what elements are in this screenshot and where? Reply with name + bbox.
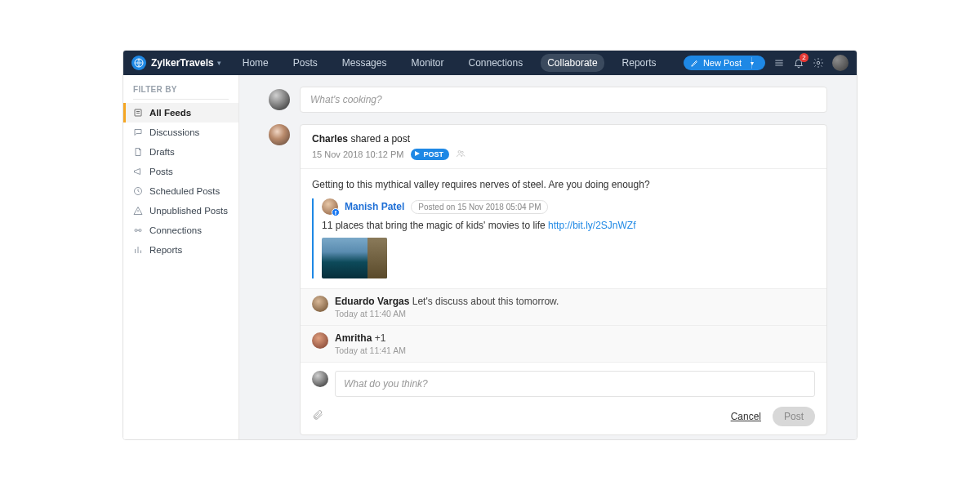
brand-name[interactable]: ZylkerTravels <box>151 57 214 69</box>
sidebar-item-label: Scheduled Posts <box>149 186 220 196</box>
comment-avatar <box>312 332 328 349</box>
comment-author[interactable]: Amritha <box>335 332 372 344</box>
comment-author[interactable]: Eduardo Vargas <box>335 296 409 307</box>
sidebar-item-label: Reports <box>149 245 182 255</box>
svg-point-7 <box>461 151 464 154</box>
reports-icon <box>133 245 143 255</box>
sidebar-item-label: Posts <box>149 167 173 176</box>
brand-dropdown-caret[interactable]: ▾ <box>217 59 221 67</box>
sidebar-title: FILTER BY <box>123 75 238 99</box>
post-timestamp: 15 Nov 2018 10:12 PM <box>312 149 404 159</box>
reply-input[interactable]: What do you think? <box>335 371 815 397</box>
main-content: What's cooking? Charles shared a post 15… <box>239 75 857 439</box>
warning-icon <box>133 206 143 216</box>
comment-text: Let's discuss about this tomorrow. <box>412 296 559 307</box>
sidebar-item-discussions[interactable]: Discussions <box>123 122 238 142</box>
post-button[interactable]: Post <box>773 407 815 426</box>
comment-avatar <box>312 296 328 312</box>
post-headline: Charles shared a post <box>312 133 815 145</box>
sidebar-item-label: Unpublished Posts <box>149 206 228 216</box>
new-post-button[interactable]: New Post ▾ <box>684 56 765 70</box>
sidebar-item-connections[interactable]: Connections <box>123 220 238 240</box>
nav-item-posts[interactable]: Posts <box>287 54 324 72</box>
brand-logo-icon <box>131 56 146 70</box>
chat-icon <box>133 127 143 137</box>
embed-author-name[interactable]: Manish Patel <box>345 201 404 212</box>
comment: Amritha +1Today at 11:41 AM <box>301 325 826 362</box>
svg-rect-2 <box>135 109 141 116</box>
post-type-badge: POST <box>411 149 450 160</box>
new-post-caret-icon[interactable]: ▾ <box>751 60 754 67</box>
sidebar-item-scheduled-posts[interactable]: Scheduled Posts <box>123 181 238 201</box>
svg-point-1 <box>817 61 820 65</box>
sidebar-item-all-feeds[interactable]: All Feeds <box>123 103 238 122</box>
nav-item-monitor[interactable]: Monitor <box>404 54 450 72</box>
comment: Eduardo Vargas Let's discuss about this … <box>301 288 826 325</box>
cancel-button[interactable]: Cancel <box>731 411 761 422</box>
notification-badge: 2 <box>800 53 808 62</box>
embed-image[interactable] <box>322 238 387 278</box>
connections-icon <box>133 225 143 235</box>
embedded-post: f Manish Patel Posted on 15 Nov 2018 05:… <box>312 198 815 278</box>
embed-meta: Posted on 15 Nov 2018 05:04 PM <box>411 200 548 214</box>
sidebar-item-label: Discussions <box>149 127 199 137</box>
sidebar-item-label: All Feeds <box>149 108 191 118</box>
new-post-label: New Post <box>703 58 742 68</box>
notifications-icon[interactable]: 2 <box>793 57 804 69</box>
comment-time: Today at 11:40 AM <box>335 309 559 318</box>
sidebar-item-label: Connections <box>149 225 202 235</box>
sidebar-item-drafts[interactable]: Drafts <box>123 142 238 162</box>
compose-avatar <box>269 89 290 110</box>
post-card: Charles shared a post 15 Nov 2018 10:12 … <box>300 124 827 435</box>
megaphone-icon <box>133 167 143 176</box>
comment-text: +1 <box>375 332 386 344</box>
nav-item-reports[interactable]: Reports <box>616 54 663 72</box>
list-icon[interactable] <box>773 57 785 69</box>
nav-items: HomePostsMessagesMonitorConnectionsColla… <box>236 54 663 72</box>
post-action: shared a post <box>350 133 410 145</box>
post-author-avatar <box>269 124 290 145</box>
svg-point-5 <box>139 229 141 232</box>
sidebar-item-reports[interactable]: Reports <box>123 240 238 260</box>
divider <box>133 99 229 100</box>
nav-item-home[interactable]: Home <box>236 54 275 72</box>
svg-point-4 <box>135 229 137 232</box>
nav-item-collaborate[interactable]: Collaborate <box>541 54 604 72</box>
settings-icon[interactable] <box>813 57 824 69</box>
facebook-overlay-icon: f <box>332 208 340 216</box>
user-avatar[interactable] <box>832 55 849 71</box>
topbar: ZylkerTravels ▾ HomePostsMessagesMonitor… <box>123 51 857 75</box>
sidebar-item-label: Drafts <box>149 147 175 157</box>
draft-icon <box>133 147 143 157</box>
sidebar: FILTER BY All FeedsDiscussionsDraftsPost… <box>123 75 239 439</box>
attachment-icon[interactable] <box>312 409 323 424</box>
embed-link[interactable]: http://bit.ly/2SJnWZf <box>548 220 635 231</box>
comments-section: Eduardo Vargas Let's discuss about this … <box>301 288 826 362</box>
audience-icon[interactable] <box>456 147 466 162</box>
post-body-text: Getting to this mythical valley requires… <box>312 179 815 190</box>
feeds-icon <box>133 108 143 118</box>
sidebar-item-posts[interactable]: Posts <box>123 162 238 181</box>
sidebar-item-unpublished-posts[interactable]: Unpublished Posts <box>123 201 238 220</box>
embed-text: 11 places that bring the magic of kids' … <box>322 220 815 231</box>
post-author-name[interactable]: Charles <box>312 133 348 145</box>
reply-avatar <box>312 371 328 387</box>
nav-item-messages[interactable]: Messages <box>336 54 394 72</box>
compose-input[interactable]: What's cooking? <box>300 87 827 113</box>
nav-item-connections[interactable]: Connections <box>461 54 529 72</box>
clock-icon <box>133 186 143 196</box>
comment-time: Today at 11:41 AM <box>335 345 406 355</box>
svg-point-6 <box>458 151 461 154</box>
